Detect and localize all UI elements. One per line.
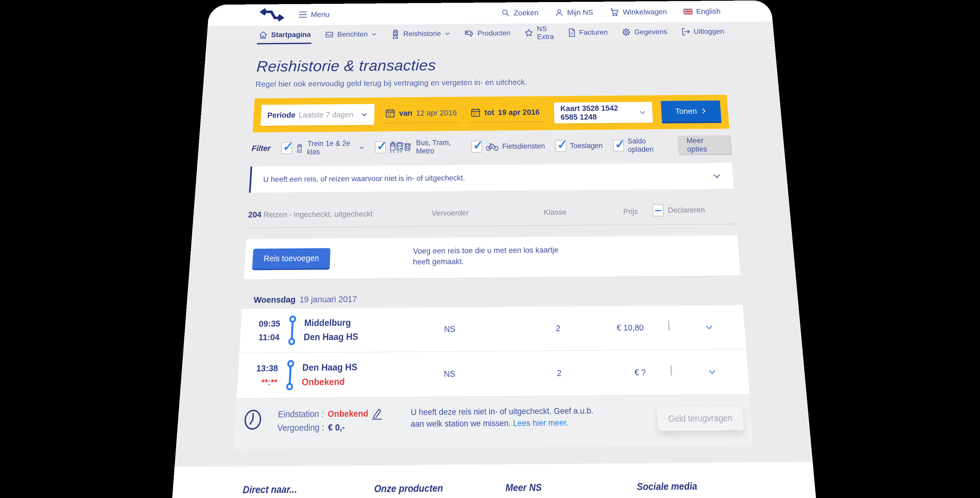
filter-toeslagen[interactable]: Toeslagen — [555, 140, 603, 152]
filter-bar: Periode Laatste 7 dagen van 12 apr 2016 — [253, 95, 729, 132]
card-icon — [465, 29, 474, 38]
nav-label: Gegevens — [634, 28, 667, 36]
show-button[interactable]: Tonen — [661, 100, 721, 124]
missing-checkout-alert[interactable]: U heeft een reis, of reizen waarvoor nie… — [249, 163, 734, 193]
nav-label: NS Extra — [537, 25, 554, 41]
footer: Direct naar... ›NS Flex ›Reisinformatie … — [165, 462, 824, 498]
calendar-icon — [470, 107, 481, 118]
trip-detail-panel: Eindstation : Onbekend Vergoeding : € 0,… — [234, 395, 753, 450]
add-trip-button[interactable]: Reis toevoegen — [252, 248, 331, 270]
filter-bus-tram-metro[interactable]: Bus, Tram, Metro — [375, 138, 461, 156]
from-station: Middelburg — [304, 316, 359, 330]
day-date: 19 januari 2017 — [299, 294, 357, 304]
more-options-label: Meer opties — [686, 136, 722, 154]
trip-row[interactable]: 09:35 11:04 Middelburg Den Haag HS NS 2 … — [239, 305, 746, 353]
nav-item-startpagina[interactable]: Startpagina — [258, 25, 311, 45]
filter-fietsdiensten[interactable]: Fietsdiensten — [471, 140, 545, 153]
add-trip-card: Reis toevoegen Voeg een reis toe die u m… — [244, 235, 740, 279]
alert-text: U heeft een reis, of reizen waarvoor nie… — [263, 173, 465, 184]
search-icon — [501, 9, 510, 17]
date-to-field[interactable]: tot 19 apr 2016 — [469, 104, 546, 123]
route-line-icon — [286, 315, 298, 346]
carrier-cell: NS — [444, 369, 455, 379]
declare-checkbox[interactable] — [670, 365, 672, 375]
trip-times: 09:35 11:04 — [248, 317, 281, 344]
declare-checkbox[interactable] — [668, 321, 670, 331]
day-weekday: Woensdag — [253, 295, 296, 305]
nav-label: Reishistorie — [403, 30, 441, 38]
menu-label: Menu — [310, 10, 329, 19]
search-button[interactable]: Zoeken — [501, 9, 538, 18]
btm-checkbox[interactable] — [375, 142, 386, 153]
gear-icon — [621, 27, 631, 37]
period-label: Periode — [267, 111, 296, 120]
nav-item-berichten[interactable]: Berichten — [325, 25, 378, 44]
chevron-down-icon — [444, 30, 450, 37]
edit-pencil-icon[interactable] — [372, 407, 382, 419]
more-options-button[interactable]: Meer opties — [677, 135, 732, 154]
language-label: English — [696, 7, 721, 16]
price-cell: € ? — [569, 368, 646, 378]
nav-label: Berichten — [337, 30, 368, 38]
nav-item-gegevens[interactable]: Gegevens — [621, 22, 668, 41]
cart-button[interactable]: Winkelwagen — [609, 7, 667, 17]
class-cell: 2 — [557, 368, 562, 378]
uk-flag-icon — [683, 9, 693, 14]
nav-label: Producten — [477, 29, 511, 37]
declare-header-label: Declareren — [668, 205, 705, 215]
nav-item-reishistorie[interactable]: Reishistorie — [391, 24, 450, 43]
nav-item-producten[interactable]: Producten — [465, 24, 511, 43]
read-more-link[interactable]: Lees hier meer. — [513, 418, 569, 428]
user-icon — [555, 8, 564, 17]
trip-stations: Den Haag HS Onbekend — [301, 360, 358, 389]
depart-time: 09:35 — [248, 317, 280, 331]
add-trip-button-label: Reis toevoegen — [263, 253, 319, 263]
column-header-vervoerder: Vervoerder — [431, 208, 469, 218]
declare-all-checkbox[interactable] — [652, 204, 664, 216]
hamburger-icon — [298, 11, 307, 18]
home-icon — [258, 30, 268, 40]
trip-row[interactable]: 13:38 **:** Den Haag HS Onbekend NS 2 € … — [237, 349, 749, 398]
document-icon — [568, 28, 576, 37]
ns-logo-icon[interactable] — [259, 7, 285, 22]
trip-count-label: Reizen - ingecheckt, uitgecheckt — [263, 210, 373, 219]
detail-message: U heeft deze reis niet in- of uitgecheck… — [410, 405, 600, 430]
period-value: Laatste 7 dagen — [298, 110, 353, 119]
column-header-declareren: Declareren — [652, 204, 705, 216]
compensation-label: Vergoeding : — [277, 421, 325, 435]
filter-saldo-opladen[interactable]: Saldo opladen — [613, 137, 668, 154]
nav-item-facturen[interactable]: Facturen — [567, 23, 608, 42]
page-body: Reishistorie & transacties Regel hier oo… — [175, 41, 813, 467]
train-checkbox[interactable] — [281, 142, 292, 154]
filter-surcharge-label: Toeslagen — [570, 142, 603, 150]
train-icon — [391, 29, 400, 38]
period-select[interactable]: Periode Laatste 7 dagen — [260, 104, 375, 126]
footer-column-title: Onze producten — [374, 482, 494, 495]
chevron-down-icon[interactable] — [712, 172, 721, 180]
column-header-prijs: Prijs — [565, 207, 638, 216]
chevron-right-icon — [701, 107, 707, 114]
topup-checkbox[interactable] — [613, 140, 624, 151]
filter-topup-label: Saldo opladen — [627, 137, 668, 154]
card-select[interactable]: Kaart 3528 1542 6585 1248 — [554, 102, 653, 124]
account-button[interactable]: Mijn NS — [555, 8, 593, 17]
filter-train[interactable]: Trein 1e & 2e klas — [281, 139, 365, 156]
cart-icon — [609, 8, 619, 17]
footer-column-direct-naar: Direct naar... ›NS Flex ›Reisinformatie … — [226, 483, 363, 498]
nav-item-ns-extra[interactable]: NS Extra — [524, 23, 554, 42]
footer-column-title: Sociale media — [636, 480, 757, 493]
expand-chevron-icon[interactable] — [704, 323, 714, 332]
date-from-field[interactable]: van 12 apr 2016 — [383, 105, 460, 123]
nav-item-uitloggen[interactable]: Uitloggen — [680, 22, 725, 41]
page-subtitle: Regel hier ook eenvoudig geld terug bij … — [255, 76, 726, 89]
bike-checkbox[interactable] — [471, 141, 482, 153]
refund-button[interactable]: Geld terugvragen — [657, 406, 744, 431]
surcharge-checkbox[interactable] — [555, 140, 566, 152]
filter-btm-label: Bus, Tram, Metro — [416, 138, 461, 155]
language-button[interactable]: English — [683, 7, 721, 16]
expand-chevron-icon[interactable] — [707, 368, 717, 377]
compensation-value: € 0,- — [328, 420, 345, 434]
nav-label: Facturen — [579, 28, 608, 37]
browser-screen: Menu Zoeken Mijn NS — [150, 0, 842, 498]
menu-button[interactable]: Menu — [298, 10, 329, 19]
